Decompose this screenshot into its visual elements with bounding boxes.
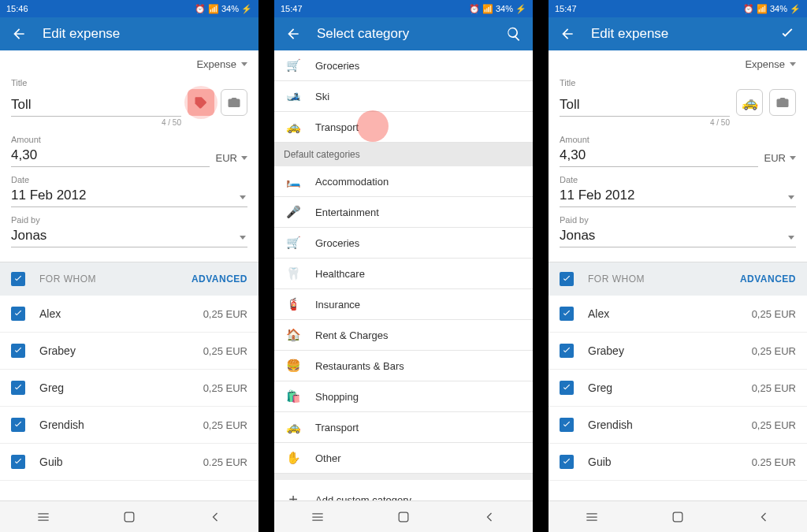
category-label: Transport: [315, 121, 359, 133]
status-bar: 15:47 ⏰ 📶 34% ⚡: [274, 0, 533, 17]
camera-button[interactable]: [769, 89, 796, 116]
category-item[interactable]: 🎿Ski: [274, 81, 533, 112]
currency-select[interactable]: EUR: [216, 152, 247, 167]
search-icon[interactable]: [506, 26, 522, 42]
person-row[interactable]: Guib0.25 EUR: [0, 444, 258, 481]
confirm-icon[interactable]: [779, 25, 796, 43]
app-bar: Select category: [274, 17, 533, 50]
chevron-down-icon: [241, 156, 247, 160]
date-input[interactable]: [560, 186, 796, 207]
person-row[interactable]: Alex0,25 EUR: [0, 296, 258, 333]
person-checkbox[interactable]: [560, 455, 574, 469]
for-whom-label: FOR WHOM: [588, 273, 740, 285]
person-row[interactable]: Grabey0,25 EUR: [0, 333, 258, 370]
title-input[interactable]: [11, 95, 181, 117]
status-bar: 15:47 ⏰ 📶 34% ⚡: [549, 0, 807, 17]
back-icon[interactable]: [285, 26, 301, 42]
add-custom-category[interactable]: + Add custom category: [274, 480, 533, 500]
phone-screen-3: 15:47 ⏰ 📶 34% ⚡ Edit expense Expense Tit…: [549, 0, 807, 532]
person-amount: 0,25 EUR: [752, 419, 796, 431]
person-checkbox[interactable]: [560, 307, 574, 321]
divider: [274, 474, 533, 480]
people-list-1: Alex0,25 EURGrabey0,25 EURGreg0,25 EURGr…: [0, 296, 258, 481]
date-input[interactable]: [11, 186, 247, 207]
category-icon: 🍔: [285, 359, 301, 373]
category-item[interactable]: 🛍️Shopping: [274, 381, 533, 412]
person-row[interactable]: Grendish0,25 EUR: [0, 407, 258, 444]
category-button[interactable]: 🚕: [736, 89, 763, 116]
expense-type-select[interactable]: Expense: [549, 50, 807, 75]
category-item[interactable]: 🧯Insurance: [274, 289, 533, 320]
back-nav-icon[interactable]: [756, 509, 772, 525]
person-row[interactable]: Grendish0,25 EUR: [549, 407, 807, 444]
char-count: 4 / 50: [560, 118, 730, 127]
category-item[interactable]: 🛒Groceries: [274, 228, 533, 259]
for-whom-header: FOR WHOM ADVANCED: [549, 262, 807, 296]
title-label: Title: [560, 78, 796, 87]
back-icon[interactable]: [11, 26, 27, 42]
person-amount: 0,25 EUR: [752, 345, 796, 357]
person-amount: 0,25 EUR: [203, 419, 247, 431]
svg-rect-2: [673, 512, 682, 522]
category-label: Restaurants & Bars: [315, 360, 404, 372]
home-icon[interactable]: [121, 509, 137, 525]
status-bar: 15:46 ⏰ 📶 34% ⚡: [0, 0, 258, 17]
status-time: 15:47: [281, 4, 303, 13]
recent-list: 🛒Groceries🎿Ski🚕Transport: [274, 50, 533, 143]
category-item[interactable]: ✋Other: [274, 443, 533, 474]
category-item[interactable]: 🛏️Accommodation: [274, 166, 533, 197]
person-checkbox[interactable]: [11, 344, 25, 358]
recents-icon[interactable]: [584, 509, 600, 525]
back-nav-icon[interactable]: [482, 509, 497, 525]
expense-type-select[interactable]: Expense: [0, 50, 258, 75]
svg-rect-1: [399, 512, 408, 522]
person-row[interactable]: Alex0,25 EUR: [549, 296, 807, 333]
person-name: Grabey: [39, 344, 203, 357]
person-checkbox[interactable]: [11, 381, 25, 395]
category-item[interactable]: 🏠Rent & Charges: [274, 320, 533, 351]
for-whom-label: FOR WHOM: [39, 273, 192, 285]
person-row[interactable]: Greg0,25 EUR: [549, 370, 807, 407]
category-label: Groceries: [315, 237, 359, 249]
category-item[interactable]: 🎤Entertainment: [274, 197, 533, 228]
recents-icon[interactable]: [310, 509, 325, 525]
select-all-checkbox[interactable]: [11, 272, 25, 286]
paidby-input[interactable]: [11, 226, 247, 247]
person-row[interactable]: Greg0,25 EUR: [0, 370, 258, 407]
person-amount: 0,25 EUR: [752, 382, 796, 394]
category-item[interactable]: 🚕Transport: [274, 112, 533, 143]
person-checkbox[interactable]: [560, 418, 574, 432]
title-input[interactable]: [560, 95, 730, 117]
person-checkbox[interactable]: [11, 307, 25, 321]
person-checkbox[interactable]: [560, 344, 574, 358]
recents-icon[interactable]: [35, 509, 51, 525]
amount-input[interactable]: [560, 146, 758, 167]
home-icon[interactable]: [396, 509, 411, 525]
advanced-button[interactable]: ADVANCED: [192, 273, 247, 285]
advanced-button[interactable]: ADVANCED: [740, 273, 796, 285]
category-icon: 🛏️: [285, 174, 301, 188]
amount-input[interactable]: [11, 146, 210, 167]
page-title: Edit expense: [591, 26, 763, 42]
chevron-down-icon: [790, 156, 796, 160]
category-item[interactable]: 🛒Groceries: [274, 50, 533, 81]
back-nav-icon[interactable]: [207, 509, 223, 525]
back-icon[interactable]: [560, 26, 575, 42]
category-item[interactable]: 🦷Healthcare: [274, 259, 533, 289]
category-icon: 🧯: [285, 297, 301, 311]
camera-button[interactable]: [221, 89, 247, 116]
home-icon[interactable]: [670, 509, 686, 525]
person-checkbox[interactable]: [560, 381, 574, 395]
person-row[interactable]: Grabey0,25 EUR: [549, 333, 807, 370]
currency-select[interactable]: EUR: [764, 152, 796, 167]
select-all-checkbox[interactable]: [560, 272, 574, 286]
person-checkbox[interactable]: [11, 455, 25, 469]
person-checkbox[interactable]: [11, 418, 25, 432]
nav-bar: [0, 500, 258, 532]
person-row[interactable]: Guib0.25 EUR: [549, 444, 807, 481]
paidby-input[interactable]: [560, 226, 796, 247]
category-item[interactable]: 🍔Restaurants & Bars: [274, 351, 533, 381]
person-amount: 0.25 EUR: [203, 456, 247, 468]
category-button[interactable]: [188, 89, 214, 116]
category-item[interactable]: 🚕Transport: [274, 412, 533, 443]
